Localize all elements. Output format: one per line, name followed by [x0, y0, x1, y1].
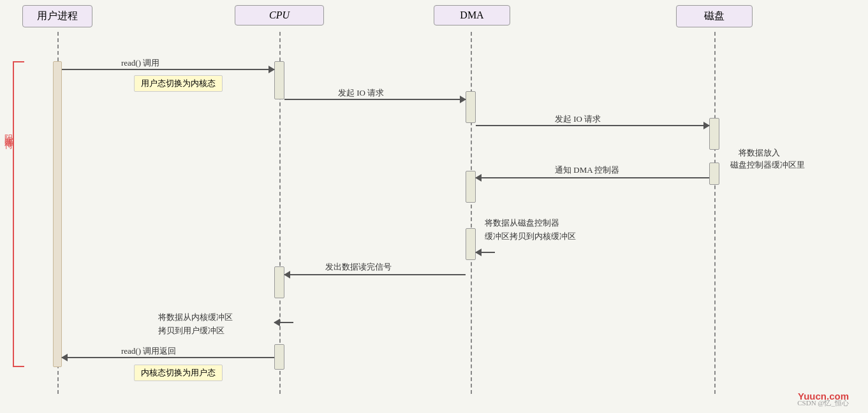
block-bracket	[13, 61, 24, 367]
activation-dma-1	[466, 91, 476, 123]
diagram-container: 用户进程 CPU DMA 磁盘 阻塞等待 read() 调用 用户态切换为内核态…	[0, 0, 868, 413]
activation-user	[53, 61, 62, 367]
csdn-label: CSDN @忆_恒心	[797, 398, 849, 408]
label-copy-kernel: 将数据从磁盘控制器 缓冲区拷贝到内核缓冲区	[485, 217, 576, 243]
note-kernel-to-user: 内核态切换为用户态	[134, 365, 223, 381]
arrow-read-call	[62, 69, 274, 70]
arrow-data-ready	[284, 274, 466, 275]
activation-disk-2	[709, 163, 719, 185]
lifeline-dma	[471, 32, 472, 394]
activation-dma-2	[466, 171, 476, 203]
actor-dma: DMA	[434, 5, 510, 25]
activation-dma-3	[466, 228, 476, 260]
actor-user: 用户进程	[22, 5, 92, 27]
note-user-to-kernel: 用户态切换为内核态	[134, 75, 223, 92]
arrow-cpu-self	[274, 322, 293, 323]
arrow-io-req-cpu-dma	[284, 99, 466, 100]
arrow-io-req-dma-disk	[476, 125, 709, 126]
activation-cpu-2	[274, 266, 284, 298]
lifeline-disk	[714, 32, 716, 394]
disk-note: 将数据放入 磁盘控制器缓冲区里	[730, 134, 805, 184]
label-read-call: read() 调用	[121, 57, 159, 69]
activation-disk-1	[709, 118, 719, 150]
arrow-dma-self	[476, 252, 495, 253]
actor-disk: 磁盘	[676, 5, 753, 27]
activation-cpu-1	[274, 61, 284, 99]
label-io-req-dma-disk: 发起 IO 请求	[555, 113, 601, 125]
arrow-read-return	[62, 357, 274, 358]
label-data-ready: 发出数据读完信号	[325, 261, 392, 273]
activation-cpu-3	[274, 344, 284, 370]
label-io-req-cpu-dma: 发起 IO 请求	[338, 87, 384, 99]
arrow-notify-dma	[476, 177, 709, 178]
block-label: 阻塞等待	[3, 127, 14, 135]
label-notify-dma: 通知 DMA 控制器	[555, 164, 619, 176]
label-copy-user: 将数据从内核缓冲区 拷贝到用户缓冲区	[158, 311, 233, 338]
label-read-return: read() 调用返回	[121, 345, 176, 357]
actor-cpu: CPU	[235, 5, 324, 25]
